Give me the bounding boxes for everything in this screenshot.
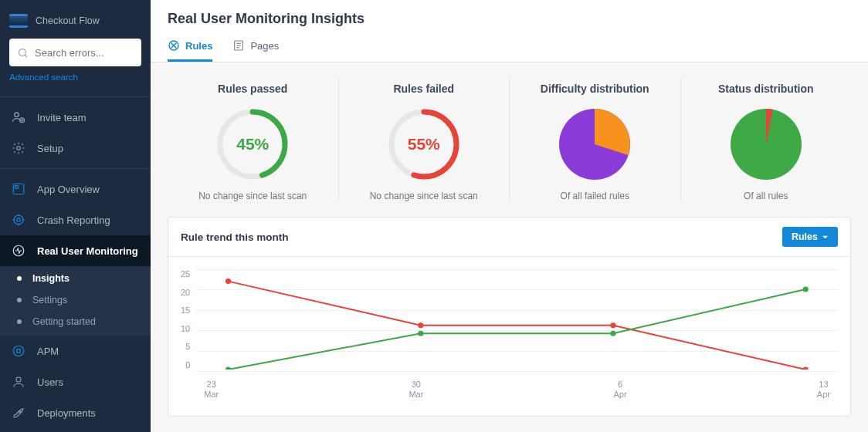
sidebar-item-users[interactable]: Users (0, 366, 151, 397)
app-name: Checkout Flow (36, 15, 100, 26)
sidebar-item-rum[interactable]: Real User Monitoring (0, 235, 151, 266)
sidebar-item-label: Deployments (37, 407, 96, 419)
rules-dropdown-button[interactable]: Rules (782, 227, 838, 247)
card-status: Status distribution Of all rules (680, 78, 852, 201)
gauge-passed: 45% (214, 106, 291, 183)
svg-rect-17 (17, 349, 21, 353)
tab-label: Pages (250, 40, 279, 52)
pulse-icon (11, 243, 26, 258)
sidebar-item-deployments[interactable]: Deployments (0, 397, 151, 428)
search-input-wrap[interactable] (9, 39, 141, 66)
subnav-label: Insights (32, 273, 70, 284)
svg-point-40 (803, 287, 809, 292)
chart-x-axis: 23Mar30Mar6Apr13Apr (196, 380, 838, 401)
card-title: Difficulty distribution (514, 83, 676, 95)
subnav-label: Settings (32, 295, 67, 305)
rules-icon (168, 39, 180, 52)
pages-icon (232, 39, 245, 52)
chevron-down-icon (822, 234, 829, 241)
main-content: Real User Monitoring Insights Rules Page… (151, 0, 868, 432)
kpi-cards: Rules passed 45% No change since last sc… (151, 62, 868, 217)
app-selector[interactable]: Checkout Flow (9, 14, 141, 28)
gear-icon (11, 140, 26, 156)
svg-point-38 (418, 331, 423, 336)
apm-icon (11, 343, 26, 359)
subnav-getting-started[interactable]: Getting started (0, 311, 151, 332)
search-input[interactable] (35, 47, 134, 59)
svg-point-19 (19, 410, 20, 412)
tab-bar: Rules Pages (168, 35, 851, 62)
button-label: Rules (792, 231, 818, 242)
card-sub: Of all rules (686, 191, 847, 201)
svg-point-36 (803, 367, 809, 370)
card-sub: Of all failed rules (514, 191, 676, 201)
gauge-value: 55% (385, 106, 463, 183)
rocket-icon (11, 405, 26, 420)
page-title: Real User Monitoring Insights (168, 11, 851, 27)
card-sub: No change since last scan (344, 191, 505, 201)
advanced-search-link[interactable]: Advanced search (9, 73, 78, 82)
card-rules-failed: Rules failed 55% No change since last sc… (338, 78, 510, 201)
target-icon (11, 212, 26, 228)
trend-panel: Rule trend this month Rules 2520151050 2… (168, 217, 851, 417)
svg-point-2 (15, 113, 19, 116)
sidebar-item-label: Crash Reporting (37, 214, 110, 226)
chart-lines (196, 269, 838, 370)
app-logo-icon (9, 14, 28, 28)
card-title: Status distribution (686, 83, 847, 95)
sidebar-item-crash-reporting[interactable]: Crash Reporting (0, 204, 151, 235)
card-sub: No change since last scan (172, 191, 334, 201)
card-rules-passed: Rules passed 45% No change since last sc… (168, 78, 338, 201)
bullet-icon (17, 276, 22, 281)
sidebar: Checkout Flow Advanced search Invite tea… (0, 0, 151, 432)
subnav-settings[interactable]: Settings (0, 289, 151, 311)
gauge-value: 45% (214, 106, 291, 183)
pie-status (727, 106, 805, 183)
svg-point-35 (611, 322, 616, 328)
pie-difficulty (556, 106, 633, 183)
chart-y-axis: 2520151050 (181, 269, 196, 370)
bullet-icon (17, 319, 22, 324)
svg-point-10 (17, 218, 21, 222)
invite-team-icon (11, 110, 26, 125)
sidebar-item-apm[interactable]: APM (0, 336, 151, 366)
sidebar-item-invite-team[interactable]: Invite team (0, 102, 151, 133)
svg-point-37 (225, 367, 231, 370)
page-header: Real User Monitoring Insights Rules Page… (151, 0, 868, 62)
svg-point-18 (16, 377, 21, 382)
bullet-icon (17, 298, 22, 302)
subnav-label: Getting started (32, 316, 96, 327)
trend-chart: 2520151050 23Mar30Mar6Apr13Apr (181, 269, 838, 400)
svg-point-34 (418, 322, 423, 328)
sidebar-item-label: Real User Monitoring (37, 245, 138, 257)
sidebar-subnav: Insights Settings Getting started (0, 266, 151, 336)
svg-point-6 (17, 147, 21, 150)
sidebar-item-label: Users (37, 376, 63, 388)
tab-pages[interactable]: Pages (232, 35, 279, 62)
tab-label: Rules (185, 40, 212, 52)
search-icon (17, 47, 29, 59)
overview-icon (11, 181, 26, 197)
sidebar-item-app-overview[interactable]: App Overview (0, 174, 151, 204)
svg-point-0 (19, 49, 26, 56)
panel-title: Rule trend this month (181, 231, 289, 243)
tab-rules[interactable]: Rules (168, 35, 212, 62)
svg-point-39 (611, 331, 616, 336)
sidebar-item-label: Invite team (37, 112, 86, 123)
sidebar-item-label: Setup (37, 143, 63, 154)
svg-point-33 (225, 278, 231, 284)
sidebar-item-label: APM (37, 346, 59, 357)
sidebar-item-setup[interactable]: Setup (0, 133, 151, 164)
subnav-insights[interactable]: Insights (0, 268, 151, 289)
svg-point-9 (14, 215, 23, 224)
users-icon (11, 374, 26, 390)
sidebar-item-label: App Overview (37, 184, 100, 195)
svg-line-1 (25, 55, 27, 57)
card-difficulty: Difficulty distribution Of all failed ru… (509, 78, 680, 201)
svg-point-16 (13, 346, 24, 356)
svg-rect-8 (15, 186, 19, 189)
gauge-failed: 55% (385, 106, 463, 183)
card-title: Rules passed (172, 83, 334, 95)
card-title: Rules failed (344, 83, 505, 95)
